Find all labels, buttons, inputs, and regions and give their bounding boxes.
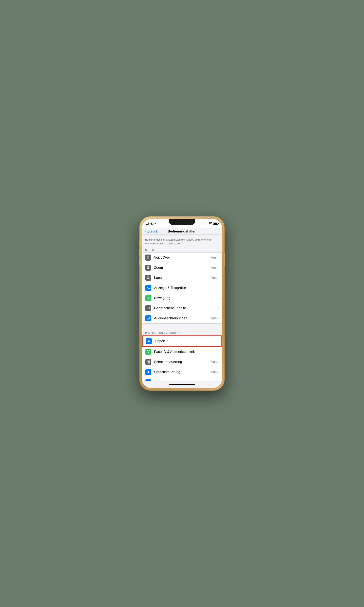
bewegung-item[interactable]: Bewegung › [142, 293, 222, 303]
voiceover-value: Aus [211, 256, 217, 260]
sehen-group: VoiceOver Aus › [142, 252, 222, 324]
seiten-icon [145, 379, 151, 381]
svg-point-0 [148, 257, 149, 258]
notch [169, 219, 195, 225]
audio-label: Audiobeschreibungen [154, 316, 211, 320]
zoom-icon [145, 265, 151, 271]
zoom-label: Zoom [154, 266, 211, 270]
spacer-1 [142, 324, 222, 330]
schalt-item[interactable]: Schaltersteuerung Aus › [142, 357, 222, 367]
svg-text:AD: AD [147, 318, 149, 319]
gesproch-chevron: › [218, 306, 219, 310]
tippen-chevron: › [217, 340, 218, 343]
physisch-group: Tippen › [142, 335, 222, 381]
sprach-value: Aus [211, 370, 217, 374]
svg-rect-17 [149, 351, 150, 351]
schalt-icon [145, 359, 151, 365]
svg-rect-11 [147, 307, 150, 309]
back-button[interactable]: ‹ Zurück [145, 229, 158, 234]
anzeige-chevron: › [218, 286, 219, 290]
signal-bar-4 [206, 222, 206, 224]
svg-line-3 [149, 268, 149, 269]
phone-frame: 17:53 ▲ LTE [140, 216, 224, 391]
battery-fill [214, 223, 217, 224]
lte-indicator: LTE [208, 222, 212, 225]
volume-up-button[interactable] [139, 249, 140, 256]
gesproch-item[interactable]: Gesprochene Inhalte › [142, 303, 222, 313]
home-indicator[interactable] [142, 381, 222, 388]
tippen-label: Tippen [155, 339, 216, 343]
lupe-icon [145, 275, 151, 281]
faceid-item[interactable]: Face ID & Aufmerksamkeit › [142, 347, 222, 357]
signal-bar-1 [203, 224, 203, 224]
svg-rect-19 [149, 353, 150, 353]
lupe-value: Aus [211, 276, 217, 280]
schalt-value: Aus [211, 360, 217, 364]
svg-rect-23 [147, 361, 148, 362]
faceid-chevron: › [218, 350, 219, 354]
mute-switch[interactable] [139, 241, 140, 246]
tippen-icon [146, 338, 152, 344]
seiten-chevron: › [218, 381, 219, 381]
svg-point-9 [148, 297, 149, 299]
faceid-label: Face ID & Aufmerksamkeit [154, 350, 217, 354]
lupe-item[interactable]: Lupe Aus › [142, 273, 222, 283]
svg-rect-24 [149, 361, 150, 362]
section-header-sehen: SEHEN [142, 247, 222, 252]
svg-line-7 [149, 279, 149, 279]
status-time-area: 17:53 ▲ [146, 222, 157, 225]
battery-indicator [213, 222, 218, 224]
settings-content: Bedienungshilfen unterstützen dich dabei… [142, 235, 222, 381]
voiceover-label: VoiceOver [154, 256, 211, 260]
time-display: 17:53 [146, 222, 154, 225]
anzeige-item[interactable]: AA Anzeige & Textgröße › [142, 283, 222, 293]
gesproch-icon [145, 305, 151, 311]
voiceover-chevron: › [218, 256, 219, 259]
seiten-item[interactable]: Seitentaste › [142, 377, 222, 381]
location-icon: ▲ [155, 222, 157, 224]
home-bar [169, 384, 195, 385]
lupe-chevron: › [218, 276, 219, 279]
phone-screen: 17:53 ▲ LTE [142, 219, 222, 388]
zoom-item[interactable]: Zoom Aus › [142, 263, 222, 273]
svg-rect-26 [149, 362, 150, 363]
power-button[interactable] [224, 253, 225, 266]
section-header-physisch: PHYSISCH UND MOTORISCH [142, 330, 222, 335]
sprach-icon [145, 369, 151, 375]
lupe-label: Lupe [154, 276, 211, 280]
audio-value: Aus [211, 316, 217, 320]
schalt-chevron: › [218, 360, 219, 364]
svg-rect-29 [147, 381, 149, 381]
audio-icon: AD [145, 315, 151, 321]
navigation-bar: ‹ Zurück Bedienungshilfen [142, 228, 222, 235]
schalt-label: Schaltersteuerung [154, 360, 211, 364]
zoom-chevron: › [218, 266, 219, 269]
signal-strength [203, 222, 206, 224]
signal-bar-3 [205, 223, 205, 224]
status-bar: 17:53 ▲ LTE [142, 219, 222, 228]
bewegung-chevron: › [218, 296, 219, 300]
anzeige-icon: AA [145, 285, 151, 291]
page-title: Bedienungshilfen [168, 229, 196, 234]
sprach-label: Sprachsteuerung [154, 370, 211, 374]
sprach-chevron: › [218, 370, 219, 374]
svg-rect-25 [147, 362, 148, 363]
voiceover-item[interactable]: VoiceOver Aus › [142, 252, 222, 263]
voiceover-icon [145, 254, 151, 261]
zoom-value: Aus [211, 266, 217, 270]
audio-item[interactable]: AD Audiobeschreibungen Aus › [142, 313, 222, 323]
back-chevron-icon: ‹ [145, 229, 146, 234]
audio-chevron: › [218, 317, 219, 320]
screen-content: 17:53 ▲ LTE [142, 219, 222, 388]
sprach-item[interactable]: Sprachsteuerung Aus › [142, 367, 222, 377]
svg-rect-18 [147, 353, 148, 353]
volume-down-button[interactable] [139, 259, 140, 266]
back-label: Zurück [147, 229, 158, 234]
faceid-icon [145, 349, 151, 355]
seiten-label: Seitentaste [154, 380, 217, 381]
bewegung-label: Bewegung [154, 296, 217, 300]
anzeige-label: Anzeige & Textgröße [154, 286, 217, 290]
gesproch-label: Gesprochene Inhalte [154, 306, 217, 310]
tippen-item[interactable]: Tippen › [142, 335, 222, 347]
description-text: Bedienungshilfen unterstützen dich dabei… [145, 238, 212, 245]
